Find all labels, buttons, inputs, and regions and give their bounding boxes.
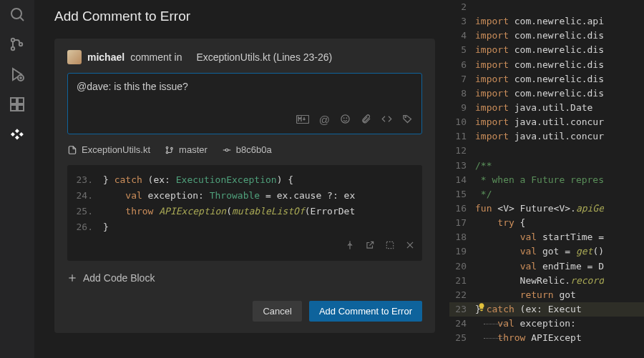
- close-icon[interactable]: [405, 239, 415, 255]
- editor-line[interactable]: 11import java.util.concur: [449, 129, 644, 144]
- comment-panel: Add Comment to Error michael comment in …: [34, 0, 449, 358]
- emoji-icon[interactable]: [340, 114, 351, 126]
- code-line: 24. val exception: Throwable = ex.cause …: [74, 188, 415, 204]
- open-icon[interactable]: [365, 239, 375, 255]
- editor-line[interactable]: 24 val exception:: [449, 317, 644, 331]
- code-line: 25. throw APIException(mutableListOf(Err…: [74, 204, 415, 219]
- svg-point-2: [11, 39, 14, 41]
- activity-bar: [0, 0, 34, 358]
- code-block: 23.} catch (ex: ExecutionException) {24.…: [67, 165, 422, 261]
- comment-header: michael comment in ExceptionUtils.kt (Li…: [67, 50, 422, 64]
- lightbulb-icon[interactable]: [477, 302, 487, 312]
- mention-icon[interactable]: @: [319, 114, 330, 126]
- code-meta-row: ExceptionUtils.kt master b8c6b0a: [67, 143, 422, 156]
- meta-commit[interactable]: b8c6b0a: [222, 144, 272, 155]
- comment-text[interactable]: @dave: is this the issue?: [77, 81, 413, 92]
- meta-file[interactable]: ExceptionUtils.kt: [67, 144, 150, 155]
- editor-line[interactable]: 6import com.newrelic.dis: [449, 58, 644, 72]
- svg-point-13: [343, 118, 344, 119]
- svg-rect-22: [386, 242, 393, 249]
- select-icon[interactable]: [385, 239, 395, 255]
- meta-branch-label: master: [179, 144, 208, 155]
- svg-line-1: [21, 18, 24, 21]
- run-debug-icon[interactable]: [9, 66, 26, 83]
- author-name: michael: [87, 51, 125, 63]
- code-line: 26.}: [74, 219, 415, 235]
- svg-rect-9: [18, 105, 24, 111]
- editor-line[interactable]: 25 throw APIExcept: [449, 331, 644, 345]
- editor-line[interactable]: 5import com.newrelic.dis: [449, 43, 644, 57]
- code-icon[interactable]: [381, 114, 392, 126]
- editor-line[interactable]: 2: [449, 0, 644, 14]
- panel-title: Add Comment to Error: [54, 9, 435, 24]
- comment-context: ExceptionUtils.kt (Lines 23-26): [196, 51, 332, 63]
- svg-point-4: [19, 43, 22, 46]
- comment-verb: comment in: [130, 51, 182, 63]
- editor-line[interactable]: 3import com.newrelic.api: [449, 14, 644, 29]
- editor-line[interactable]: 7import com.newrelic.dis: [449, 72, 644, 86]
- add-code-block-button[interactable]: Add Code Block: [67, 269, 422, 287]
- svg-rect-8: [11, 105, 16, 111]
- editor-line[interactable]: 22 return got: [449, 288, 644, 302]
- editor-line[interactable]: 12: [449, 144, 644, 158]
- svg-point-17: [166, 151, 168, 154]
- source-control-icon[interactable]: [9, 36, 26, 53]
- editor-line[interactable]: 10import java.util.concur: [449, 115, 644, 129]
- svg-rect-10: [18, 98, 24, 104]
- editor-line[interactable]: 4import com.newrelic.dis: [449, 29, 644, 43]
- comment-input[interactable]: @dave: is this the issue? @: [67, 73, 422, 134]
- editor-line[interactable]: 14 * when a Future repres: [449, 173, 644, 187]
- editor-line[interactable]: 23} catch (ex: Execut: [449, 302, 644, 317]
- code-block-actions: [74, 239, 415, 255]
- markdown-icon[interactable]: [296, 114, 309, 126]
- editor[interactable]: 23import com.newrelic.api4import com.new…: [449, 0, 644, 358]
- attachment-icon[interactable]: [361, 114, 371, 126]
- svg-point-18: [171, 147, 173, 149]
- search-icon[interactable]: [9, 6, 26, 23]
- pin-icon[interactable]: [345, 239, 355, 255]
- editor-line[interactable]: 19 val got = get(): [449, 244, 644, 259]
- meta-commit-label: b8c6b0a: [236, 144, 272, 155]
- editor-line[interactable]: 21 NewRelic.record: [449, 274, 644, 288]
- extensions-icon[interactable]: [9, 96, 26, 113]
- editor-line[interactable]: 16fun <V> Future<V>.apiGe: [449, 202, 644, 216]
- editor-line[interactable]: 15 */: [449, 187, 644, 202]
- submit-button[interactable]: Add Comment to Error: [309, 301, 422, 322]
- comment-toolbar: @: [77, 114, 413, 126]
- cancel-button[interactable]: Cancel: [253, 301, 301, 322]
- add-code-block-label: Add Code Block: [83, 272, 155, 284]
- svg-point-16: [166, 146, 168, 149]
- editor-line[interactable]: 18 val startTime =: [449, 230, 644, 244]
- editor-line[interactable]: 17 try {: [449, 216, 644, 230]
- editor-line[interactable]: 8import com.newrelic.dis: [449, 86, 644, 101]
- comment-card: michael comment in ExceptionUtils.kt (Li…: [54, 39, 435, 333]
- svg-point-12: [341, 115, 349, 123]
- svg-point-3: [11, 47, 14, 50]
- footer-buttons: Cancel Add Comment to Error: [67, 301, 422, 322]
- avatar: [67, 50, 82, 64]
- svg-point-19: [225, 149, 228, 151]
- codestream-icon[interactable]: [9, 126, 26, 143]
- svg-rect-7: [11, 98, 16, 104]
- tag-icon[interactable]: [402, 114, 413, 126]
- editor-line[interactable]: 20 val endTime = D: [449, 259, 644, 274]
- svg-point-0: [11, 9, 21, 19]
- editor-line[interactable]: 13/**: [449, 159, 644, 173]
- meta-file-label: ExceptionUtils.kt: [82, 144, 150, 155]
- svg-point-15: [405, 116, 406, 117]
- code-line: 23.} catch (ex: ExecutionException) {: [74, 172, 415, 188]
- meta-branch[interactable]: master: [165, 144, 208, 155]
- editor-line[interactable]: 9import java.util.Date: [449, 101, 644, 115]
- svg-point-14: [346, 118, 347, 119]
